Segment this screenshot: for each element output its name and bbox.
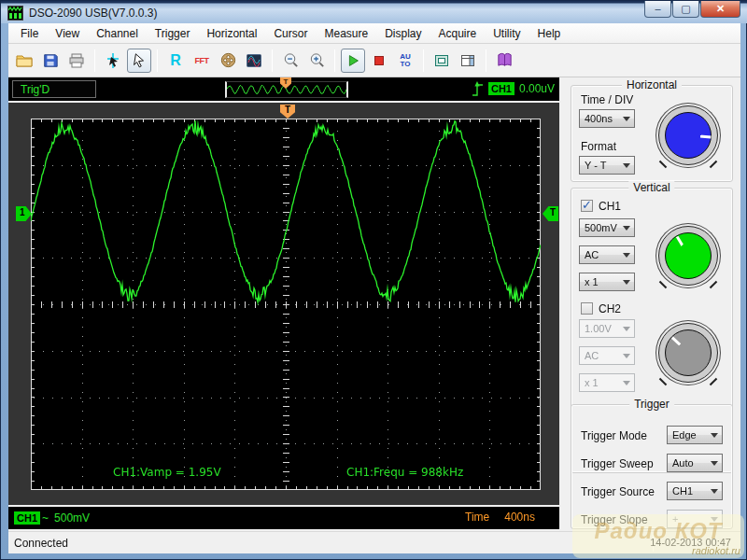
menu-item-horizontal[interactable]: Horizontal bbox=[198, 24, 265, 43]
ch2-position-knob[interactable] bbox=[658, 323, 718, 383]
menu-item-trigger[interactable]: Trigger bbox=[147, 24, 199, 43]
scope-display: CH1:Vamp = 1.95V CH1:Frequ = 988kHz 1 T … bbox=[8, 103, 559, 505]
toolbar-separator bbox=[486, 49, 486, 72]
horizontal-title: Horizontal bbox=[622, 78, 682, 91]
zoom-out-icon bbox=[282, 51, 300, 69]
toolbar-separator bbox=[272, 49, 273, 72]
window-title: DSO-2090 USB(V7.0.0.3) bbox=[29, 7, 157, 20]
close-button[interactable]: ✕ bbox=[700, 1, 740, 18]
ch2-probe-select: x 1 bbox=[579, 373, 635, 392]
auto-setup-button[interactable]: AUTO bbox=[393, 49, 417, 73]
scope-grid-canvas bbox=[31, 119, 541, 490]
ch2-checkbox[interactable] bbox=[581, 302, 593, 315]
ch1-checkbox-label: CH1 bbox=[599, 200, 621, 213]
trigger-level-marker[interactable]: T bbox=[543, 206, 558, 221]
folder-icon bbox=[15, 51, 34, 70]
menu-item-acquire[interactable]: Acquire bbox=[430, 24, 486, 43]
trigger-mode-select[interactable]: Edge bbox=[667, 426, 723, 444]
fullscreen-icon bbox=[432, 51, 451, 70]
menu-item-help[interactable]: Help bbox=[529, 24, 570, 43]
ch1-coupling-select[interactable]: AC bbox=[579, 245, 635, 264]
app-icon bbox=[7, 6, 23, 21]
zoom-out-button[interactable] bbox=[278, 49, 303, 73]
save-button[interactable] bbox=[38, 49, 63, 73]
record-button[interactable] bbox=[216, 49, 240, 73]
toolbar-separator bbox=[94, 49, 95, 72]
trigger-source-select[interactable]: CH1 bbox=[667, 482, 723, 500]
volts-per-div-readout: 500mV bbox=[54, 511, 90, 525]
ch1-position-knob[interactable] bbox=[658, 226, 718, 286]
time-label: Time bbox=[465, 511, 489, 524]
chevron-down-icon bbox=[623, 163, 630, 172]
time-div-select[interactable]: 400ns bbox=[579, 109, 635, 128]
chevron-down-icon bbox=[623, 253, 630, 261]
connection-status: Connected bbox=[14, 537, 68, 550]
vertical-title: Vertical bbox=[628, 181, 674, 194]
trigger-position-marker[interactable]: T bbox=[280, 105, 295, 119]
trigger-group: Trigger Trigger Mode Edge Trigger Sweep … bbox=[571, 404, 733, 529]
zoom-in-icon bbox=[308, 51, 326, 69]
trigger-source-label: Trigger Source bbox=[581, 485, 655, 498]
play-icon bbox=[345, 52, 361, 69]
measurement-freq: CH1:Frequ = 988kHz bbox=[346, 466, 463, 479]
trigger-slope-select: + bbox=[667, 510, 723, 528]
panel-layout-icon bbox=[458, 51, 477, 70]
ch1-volts-select[interactable]: 500mV bbox=[579, 218, 635, 237]
maximize-button[interactable]: ▢ bbox=[672, 1, 699, 18]
time-value: 400ns bbox=[504, 511, 535, 524]
zoom-in-button[interactable] bbox=[304, 49, 329, 73]
chevron-down-icon bbox=[623, 327, 630, 335]
fft-button[interactable]: FFT bbox=[190, 49, 214, 73]
status-bar: Connected 14-02-2013 00:47 bbox=[8, 531, 740, 553]
trigger-status-strip: Trig'D T CH1 0.00uV bbox=[8, 77, 559, 101]
auto-icon: AUTO bbox=[400, 53, 411, 68]
ch1-checkbox[interactable]: ✓ bbox=[581, 200, 593, 212]
chevron-down-icon bbox=[623, 226, 630, 234]
trigger-sweep-select[interactable]: Auto bbox=[667, 454, 723, 472]
ch1-badge: CH1 bbox=[14, 511, 40, 525]
menu-item-display[interactable]: Display bbox=[376, 24, 430, 43]
ch1-position-marker[interactable]: 1 bbox=[16, 206, 32, 221]
trigger-status: Trig'D bbox=[12, 80, 96, 98]
open-button[interactable] bbox=[12, 49, 36, 73]
datetime: 14-02-2013 00:47 bbox=[650, 537, 731, 548]
format-select[interactable]: Y - T bbox=[579, 156, 635, 175]
help-button[interactable] bbox=[492, 49, 516, 73]
toolbar: R FFT AUTO bbox=[8, 44, 740, 77]
ch2-checkbox-label: CH2 bbox=[599, 302, 621, 315]
menu-item-utility[interactable]: Utility bbox=[485, 24, 529, 43]
channel-badge: CH1 bbox=[488, 82, 514, 95]
chevron-down-icon bbox=[711, 517, 718, 525]
control-panel: Horizontal Time / DIV 400ns Format Y - T… bbox=[561, 77, 740, 531]
film-reel-icon bbox=[219, 51, 237, 69]
title-bar[interactable]: DSO-2090 USB(V7.0.0.3) – ▢ ✕ bbox=[1, 1, 747, 23]
stop-button[interactable] bbox=[367, 49, 391, 73]
pointer-icon bbox=[131, 52, 148, 69]
menu-item-measure[interactable]: Measure bbox=[316, 24, 376, 43]
chevron-down-icon bbox=[623, 280, 630, 288]
start-button[interactable] bbox=[341, 49, 365, 73]
ch2-coupling-select: AC bbox=[579, 346, 635, 365]
menu-item-cursor[interactable]: Cursor bbox=[265, 24, 316, 43]
cursor-crosshair-icon bbox=[104, 51, 122, 70]
display-mode-button[interactable] bbox=[242, 49, 266, 73]
print-button[interactable] bbox=[64, 49, 89, 73]
panel-toggle-button[interactable] bbox=[456, 49, 480, 73]
menu-item-view[interactable]: View bbox=[47, 24, 88, 43]
fullscreen-button[interactable] bbox=[430, 49, 454, 73]
horizontal-group: Horizontal Time / DIV 400ns Format Y - T bbox=[571, 85, 733, 182]
refresh-button[interactable]: R bbox=[163, 49, 188, 73]
horizontal-knob[interactable] bbox=[658, 105, 718, 165]
printer-icon bbox=[67, 51, 86, 70]
pointer-tool-button[interactable] bbox=[127, 49, 151, 73]
chevron-down-icon bbox=[711, 433, 718, 441]
check-icon: ✓ bbox=[582, 198, 592, 212]
coupling-symbol: ~ bbox=[42, 511, 49, 525]
cursor-measure-button[interactable] bbox=[101, 49, 125, 73]
menu-item-file[interactable]: File bbox=[12, 24, 47, 43]
measurement-vamp: CH1:Vamp = 1.95V bbox=[113, 466, 221, 479]
minimize-button[interactable]: – bbox=[644, 1, 671, 18]
ch1-probe-select[interactable]: x 1 bbox=[579, 273, 635, 291]
menu-item-channel[interactable]: Channel bbox=[88, 24, 147, 43]
toolbar-separator bbox=[157, 49, 158, 72]
